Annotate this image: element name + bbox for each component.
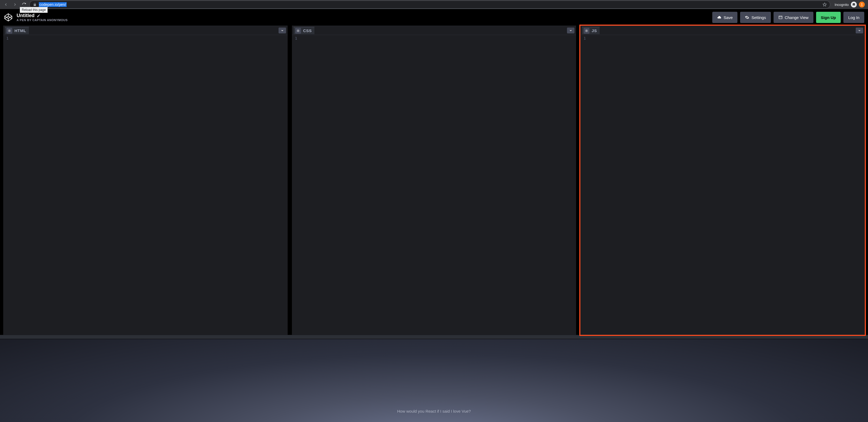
js-line-number: 1 — [580, 35, 588, 335]
chevron-down-icon — [858, 29, 861, 32]
css-editor-tab: CSS — [293, 27, 314, 34]
back-button — [2, 1, 10, 8]
html-settings-button[interactable] — [6, 28, 12, 34]
css-editor-title: CSS — [303, 28, 312, 33]
save-button-label: Save — [723, 15, 733, 20]
sign-up-button-label: Sign Up — [821, 15, 836, 20]
save-button[interactable]: Save — [712, 12, 737, 23]
svg-point-9 — [9, 30, 10, 31]
browser-right-cluster: Incognito — [832, 2, 866, 7]
html-dropdown-button[interactable] — [279, 28, 286, 33]
settings-button-label: Settings — [751, 15, 766, 20]
js-editor: JS 1 — [580, 26, 865, 335]
preview-text: How would you React if I said I love Vue… — [397, 409, 471, 414]
svg-point-11 — [586, 30, 587, 31]
css-editor-header: CSS — [292, 26, 576, 35]
html-editor-header: HTML — [3, 26, 288, 35]
css-line-number: 1 — [292, 35, 300, 335]
log-in-button-label: Log In — [848, 15, 860, 20]
chevron-down-icon — [569, 29, 572, 32]
css-editor: CSS 1 — [292, 26, 576, 335]
chevron-down-icon — [281, 29, 284, 32]
change-view-button-label: Change View — [785, 15, 809, 20]
pen-title[interactable]: Untitled — [17, 13, 34, 19]
forward-button — [11, 1, 19, 8]
css-dropdown-button[interactable] — [567, 28, 575, 33]
incognito-label: Incognito — [835, 3, 849, 7]
browser-toolbar: codepen.io/pen/ Incognito Reload this pa… — [0, 0, 868, 9]
app-header: Untitled A PEN BY CAPTAIN ANONYMOUS Save… — [0, 9, 868, 26]
change-view-button[interactable]: Change View — [774, 12, 813, 23]
lock-icon — [33, 3, 37, 6]
codepen-logo[interactable] — [4, 13, 13, 22]
svg-marker-0 — [823, 3, 827, 6]
svg-point-2 — [854, 4, 855, 6]
sign-up-button[interactable]: Sign Up — [816, 12, 841, 23]
svg-rect-7 — [779, 16, 782, 19]
html-editor-body: 1 — [3, 35, 288, 335]
pen-subtitle: A PEN BY CAPTAIN ANONYMOUS — [17, 19, 68, 22]
js-dropdown-button[interactable] — [856, 28, 863, 33]
js-code-input[interactable] — [588, 35, 865, 335]
bookmark-star-icon[interactable] — [823, 2, 827, 7]
cloud-icon — [717, 15, 721, 20]
css-editor-body: 1 — [292, 35, 576, 335]
html-editor: HTML 1 — [3, 26, 288, 335]
css-code-input[interactable] — [300, 35, 576, 335]
layout-icon — [778, 15, 783, 20]
preview-pane: How would you React if I said I love Vue… — [0, 339, 868, 422]
html-line-number: 1 — [3, 35, 11, 335]
html-editor-tab: HTML — [5, 27, 29, 34]
js-settings-button[interactable] — [584, 28, 589, 34]
css-settings-button[interactable] — [295, 28, 301, 34]
gear-icon — [745, 15, 749, 20]
editors-row: HTML 1 CSS 1 — [0, 26, 868, 335]
svg-point-10 — [298, 30, 298, 31]
settings-button[interactable]: Settings — [740, 12, 771, 23]
gear-icon — [8, 29, 11, 32]
log-in-button[interactable]: Log In — [843, 12, 864, 23]
pen-title-block: Untitled A PEN BY CAPTAIN ANONYMOUS — [17, 13, 68, 22]
js-editor-header: JS — [580, 26, 865, 35]
gear-icon — [585, 29, 588, 32]
svg-point-3 — [861, 3, 862, 4]
svg-point-1 — [852, 4, 854, 6]
incognito-icon[interactable] — [851, 2, 857, 7]
url-text[interactable]: codepen.io/pen/ — [39, 2, 67, 7]
pencil-icon[interactable] — [37, 14, 40, 18]
html-code-input[interactable] — [11, 35, 288, 335]
vertical-resize-handle[interactable] — [0, 335, 868, 339]
profile-avatar[interactable] — [859, 2, 865, 7]
address-bar[interactable]: codepen.io/pen/ — [29, 1, 830, 8]
js-editor-body: 1 — [580, 35, 865, 335]
html-editor-title: HTML — [14, 28, 26, 33]
js-editor-tab: JS — [582, 27, 599, 34]
js-editor-title: JS — [592, 28, 597, 33]
reload-tooltip: Reload this page — [20, 7, 48, 13]
gear-icon — [297, 29, 300, 32]
